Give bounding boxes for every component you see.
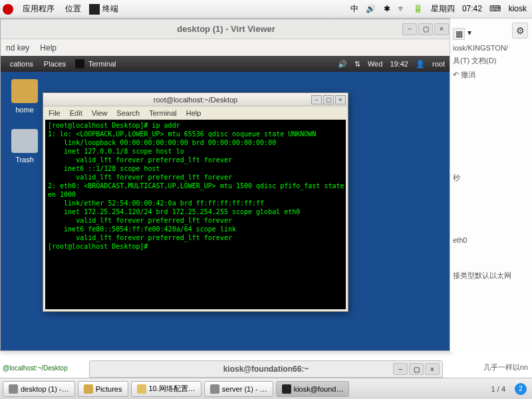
window-icon xyxy=(9,384,18,394)
host-day: 星期四 xyxy=(431,4,455,13)
task-label: kiosk@found… xyxy=(294,385,344,393)
terminal-menu-file[interactable]: File xyxy=(49,109,61,117)
notification-badge[interactable]: 2 xyxy=(515,383,527,395)
folder-icon xyxy=(11,79,38,103)
close-button[interactable]: × xyxy=(425,363,440,375)
host-applications-menu[interactable]: 应用程序 xyxy=(17,3,60,15)
guest-top-panel: cations Places Terminal 🔊 ⇅ Wed 19:42 👤 … xyxy=(1,56,452,72)
virt-viewer-window: desktop (1) - Virt Viewer – ▢ × nd key H… xyxy=(0,19,452,351)
folder-icon xyxy=(84,384,93,394)
guest-applications-menu[interactable]: cations xyxy=(5,60,39,68)
host-time: 07:42 xyxy=(462,4,482,13)
terminal-menubar: File Edit View Search Terminal Help xyxy=(43,106,348,120)
trash-icon xyxy=(11,129,38,153)
bluetooth-icon[interactable]: ✱ xyxy=(384,4,390,13)
host-places-menu[interactable]: 位置 xyxy=(60,3,86,15)
path-fragment: iosk/KINGSTON/ xyxy=(453,44,529,52)
trash-label: Trash xyxy=(5,156,45,164)
gear-icon[interactable]: ⚙ xyxy=(512,23,528,39)
guest-terminal-label[interactable]: Terminal xyxy=(88,60,116,68)
note-fragment: 几乎一样以nn xyxy=(483,362,528,372)
terminal-titlebar[interactable]: root@localhost:~/Desktop – ▢ × xyxy=(43,93,348,106)
taskbar-item-foundation-terminal[interactable]: kiosk@found… xyxy=(276,381,350,397)
window-icon xyxy=(210,384,219,394)
foundation-window-titlebar[interactable]: kiosk@foundation66:~ – ▢ × xyxy=(89,360,443,378)
tools-menu[interactable]: 具(T) xyxy=(453,57,469,65)
terminal-menu-view[interactable]: View xyxy=(92,109,108,117)
terminal-icon[interactable] xyxy=(89,4,100,15)
terminal-icon xyxy=(282,384,291,394)
chevron-down-icon[interactable]: ▾ xyxy=(467,28,471,40)
undo-icon[interactable]: ↶ xyxy=(453,70,459,78)
guest-user-icon[interactable]: 👤 xyxy=(416,60,425,68)
guest-day: Wed xyxy=(368,60,382,68)
terminal-minimize-button[interactable]: – xyxy=(311,95,322,104)
guest-volume-icon[interactable]: 🔊 xyxy=(338,60,347,68)
terminal-menu-search[interactable]: Search xyxy=(116,109,140,117)
terminal-maximize-button[interactable]: ▢ xyxy=(323,95,334,104)
task-label: Pictures xyxy=(96,385,122,393)
guest-network-icon[interactable]: ⇅ xyxy=(354,60,360,68)
virt-title-text: desktop (1) - Virt Viewer xyxy=(177,24,275,34)
trash-desktop-icon[interactable]: Trash xyxy=(5,129,45,164)
terminal-menu-edit[interactable]: Edit xyxy=(70,109,82,117)
taskbar-item-virtviewer[interactable]: desktop (1) -… xyxy=(3,381,75,397)
terminal-menu-terminal[interactable]: Terminal xyxy=(149,109,177,117)
virt-menu-help[interactable]: Help xyxy=(40,43,57,53)
task-label: server (1) - … xyxy=(222,385,267,393)
taskbar-item-server[interactable]: server (1) - … xyxy=(204,381,273,397)
terminal-close-button[interactable]: × xyxy=(335,95,346,104)
host-user[interactable]: kiosk xyxy=(509,4,527,13)
home-desktop-icon[interactable]: home xyxy=(5,79,45,114)
task-label: desktop (1) -… xyxy=(21,385,69,393)
terminal-icon[interactable] xyxy=(75,59,84,68)
taskbar-item-document[interactable]: 10.网络配置… xyxy=(131,381,201,397)
home-label: home xyxy=(5,106,45,114)
conn-type-label: 接类型默认以太网 xyxy=(453,271,529,281)
grid-icon[interactable]: ▦ xyxy=(453,28,465,40)
virt-menu-sendkey[interactable]: nd key xyxy=(6,43,29,53)
guest-desktop: cations Places Terminal 🔊 ⇅ Wed 19:42 👤 … xyxy=(1,56,452,350)
keyboard-icon[interactable]: ⌨ xyxy=(489,4,501,13)
page-indicator: 1 / 4 xyxy=(487,385,509,393)
terminal-title-text: root@localhost:~/Desktop xyxy=(154,96,237,104)
volume-icon[interactable]: 🔊 xyxy=(366,4,376,13)
virt-titlebar[interactable]: desktop (1) - Virt Viewer – ▢ × xyxy=(1,19,452,39)
seconds-label: 秒 xyxy=(453,173,529,183)
status-bar-left: @localhost:~/Desktop xyxy=(0,363,70,376)
battery-icon[interactable]: 🔋 xyxy=(413,4,423,13)
terminal-output[interactable]: [root@localhost Desktop]# ip addr 1: lo:… xyxy=(45,120,346,309)
eth-label: eth0 xyxy=(453,236,529,244)
terminal-window: root@localhost:~/Desktop – ▢ × File Edit… xyxy=(43,92,348,312)
minimize-button[interactable]: – xyxy=(402,23,417,35)
background-window-sliver: ⚙ ▦▾ iosk/KINGSTON/ 具(T) 文档(D) ↶ 撤消 秒 et… xyxy=(450,19,532,352)
terminal-launcher-label[interactable]: 终端 xyxy=(102,3,118,15)
virt-menubar: nd key Help xyxy=(1,39,452,56)
undo-label[interactable]: 撤消 xyxy=(461,70,475,78)
guest-time: 19:42 xyxy=(390,60,408,68)
docs-menu[interactable]: 文档(D) xyxy=(471,57,496,65)
guest-places-menu[interactable]: Places xyxy=(39,60,71,68)
guest-user[interactable]: root xyxy=(432,60,445,68)
host-taskbar: desktop (1) -… Pictures 10.网络配置… server … xyxy=(0,378,532,399)
document-icon xyxy=(137,384,146,394)
host-tray: 中 🔊 ✱ ᯤ 🔋 星期四 07:42 ⌨ kiosk xyxy=(348,3,529,15)
ime-indicator[interactable]: 中 xyxy=(350,4,358,13)
taskbar-item-pictures[interactable]: Pictures xyxy=(78,381,128,397)
host-top-panel: 应用程序 位置 终端 中 🔊 ✱ ᯤ 🔋 星期四 07:42 ⌨ kiosk xyxy=(0,0,532,19)
maximize-button[interactable]: ▢ xyxy=(418,23,433,35)
redhat-logo-icon xyxy=(3,4,13,15)
terminal-menu-help[interactable]: Help xyxy=(186,109,201,117)
minimize-button[interactable]: – xyxy=(393,363,408,375)
wifi-icon[interactable]: ᯤ xyxy=(398,4,406,13)
maximize-button[interactable]: ▢ xyxy=(409,363,424,375)
task-label: 10.网络配置… xyxy=(149,384,196,394)
foundation-title-text: kiosk@foundation66:~ xyxy=(223,364,309,374)
close-button[interactable]: × xyxy=(434,23,449,35)
